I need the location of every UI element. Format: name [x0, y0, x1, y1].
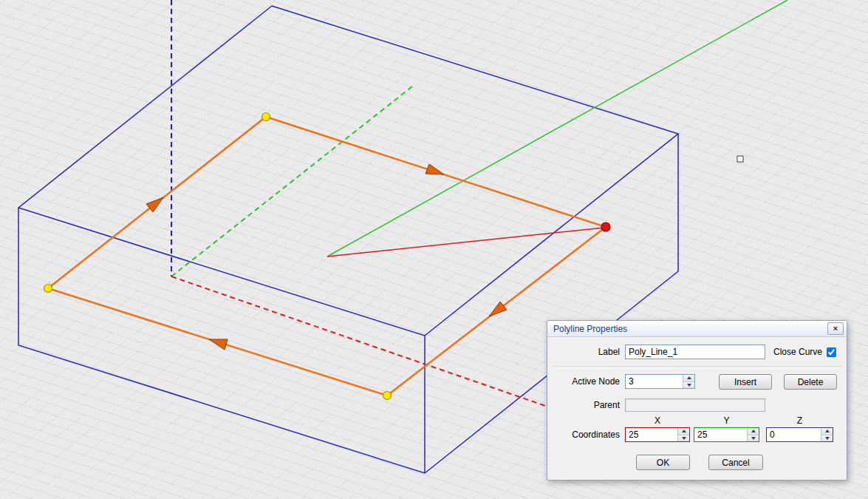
spinner-down-icon[interactable] — [678, 435, 689, 442]
axis-y-dashed-icon — [171, 86, 412, 276]
coordinate-z-spinner — [821, 428, 833, 441]
direction-arrows — [146, 164, 507, 350]
axis-y-solid-icon — [327, 0, 787, 257]
divider — [553, 366, 841, 369]
parent-caption: Parent — [547, 398, 620, 413]
dialog-title: Polyline Properties — [553, 324, 827, 334]
polyline-properties-dialog: Polyline Properties × Label Close Curve … — [547, 320, 847, 481]
polyline-edges[interactable] — [48, 117, 606, 396]
ok-button[interactable]: OK — [636, 455, 690, 470]
close-curve-caption: Close Curve — [766, 344, 822, 359]
delete-button[interactable]: Delete — [784, 374, 837, 390]
coordinate-x-spinner — [677, 428, 689, 441]
coordinate-z-field — [766, 427, 833, 442]
direction-arrow-icon — [209, 339, 228, 350]
spinner-up-icon[interactable] — [821, 428, 833, 435]
polyline-node[interactable] — [383, 392, 392, 400]
active-node[interactable] — [601, 223, 610, 231]
active-node-caption: Active Node — [547, 374, 620, 389]
polyline-node[interactable] — [262, 113, 270, 121]
spinner-up-icon[interactable] — [683, 375, 694, 381]
direction-arrow-icon — [489, 302, 507, 316]
coordinates-caption: Coordinates — [547, 427, 620, 442]
label-input[interactable] — [625, 344, 765, 359]
column-header-y: Y — [694, 416, 759, 426]
spinner-up-icon[interactable] — [748, 428, 759, 435]
spinner-down-icon[interactable] — [821, 435, 833, 442]
insert-button[interactable]: Insert — [719, 374, 772, 390]
polyline-node[interactable] — [44, 285, 52, 293]
cancel-button[interactable]: Cancel — [708, 455, 763, 470]
close-button[interactable]: × — [827, 322, 844, 335]
coordinate-y-field — [694, 427, 759, 442]
selection-handle[interactable] — [737, 156, 743, 162]
axis-x-solid-icon — [327, 228, 604, 257]
spinner-up-icon[interactable] — [678, 428, 689, 435]
coordinate-y-input[interactable] — [694, 428, 747, 441]
parent-field — [625, 398, 765, 412]
direction-arrow-icon — [426, 164, 444, 174]
spinner-down-icon[interactable] — [748, 435, 759, 442]
active-node-input[interactable] — [626, 375, 683, 388]
close-curve-checkbox[interactable] — [827, 347, 836, 357]
close-icon: × — [833, 325, 838, 333]
dialog-titlebar[interactable]: Polyline Properties × — [547, 321, 847, 337]
column-header-z: Z — [766, 416, 833, 426]
spinner-down-icon[interactable] — [683, 381, 694, 389]
coordinate-x-input[interactable] — [626, 428, 677, 441]
column-header-x: X — [625, 416, 690, 426]
label-caption: Label — [547, 344, 620, 359]
active-node-spinner — [683, 375, 694, 388]
coordinate-y-spinner — [747, 428, 759, 441]
active-node-field — [625, 374, 695, 389]
coordinate-z-input[interactable] — [767, 428, 821, 441]
coordinate-x-field — [625, 427, 690, 442]
